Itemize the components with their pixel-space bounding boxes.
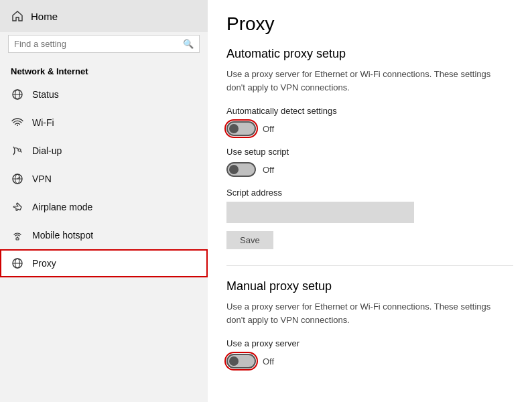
sidebar-item-status[interactable]: Status xyxy=(0,80,208,109)
script-toggle[interactable] xyxy=(226,162,256,177)
proxy-toggle-thumb xyxy=(229,356,239,366)
wifi-icon xyxy=(11,116,24,129)
home-label: Home xyxy=(31,11,58,22)
proxy-toggle-status: Off xyxy=(263,356,274,366)
sidebar-item-label-hotspot: Mobile hotspot xyxy=(32,230,93,241)
sidebar-item-label-status: Status xyxy=(32,89,59,100)
proxy-toggle-row: Off xyxy=(226,354,513,368)
manual-section-title: Manual proxy setup xyxy=(226,279,513,293)
sidebar-item-wifi[interactable]: Wi-Fi xyxy=(0,109,208,137)
script-address-input[interactable] xyxy=(226,202,414,223)
sidebar-item-dialup[interactable]: Dial-up xyxy=(0,137,208,165)
script-toggle-row: Off xyxy=(226,162,513,177)
sidebar-item-label-dialup: Dial-up xyxy=(32,145,62,156)
sidebar-item-vpn[interactable]: VPN xyxy=(0,165,208,193)
detect-toggle-track xyxy=(226,121,256,136)
search-box[interactable]: 🔍 xyxy=(8,35,200,53)
hotspot-icon xyxy=(11,228,24,242)
proxy-toggle-track xyxy=(226,354,256,368)
sidebar-category-label: Network & Internet xyxy=(0,61,208,80)
detect-toggle-status: Off xyxy=(263,124,274,134)
script-label: Use setup script xyxy=(226,147,513,157)
sidebar-item-proxy[interactable]: Proxy xyxy=(0,249,208,277)
detect-label: Automatically detect settings xyxy=(226,106,513,116)
address-label: Script address xyxy=(226,188,513,198)
sidebar-item-label-vpn: VPN xyxy=(32,174,52,184)
proxy-icon xyxy=(11,257,24,270)
page-title: Proxy xyxy=(226,13,513,35)
section-divider xyxy=(226,265,513,266)
detect-toggle[interactable] xyxy=(226,121,256,136)
detect-toggle-thumb xyxy=(229,124,239,133)
home-icon xyxy=(11,9,24,23)
main-content: Proxy Automatic proxy setup Use a proxy … xyxy=(208,0,532,402)
script-toggle-thumb xyxy=(229,165,239,174)
script-toggle-status: Off xyxy=(263,165,274,175)
detect-toggle-row: Off xyxy=(226,121,513,136)
proxy-toggle[interactable] xyxy=(226,354,256,368)
sidebar-item-label-airplane: Airplane mode xyxy=(32,202,92,212)
dialup-icon xyxy=(11,144,24,157)
search-icon: 🔍 xyxy=(183,39,194,49)
proxy-server-label: Use a proxy server xyxy=(226,338,513,348)
sidebar-item-hotspot[interactable]: Mobile hotspot xyxy=(0,221,208,249)
airplane-icon xyxy=(11,200,24,214)
script-toggle-track xyxy=(226,162,256,177)
svg-rect-7 xyxy=(16,238,19,240)
sidebar: Home 🔍 Network & Internet Status Wi-Fi xyxy=(0,0,208,402)
sidebar-item-airplane[interactable]: Airplane mode xyxy=(0,193,208,221)
auto-section-desc: Use a proxy server for Ethernet or Wi-Fi… xyxy=(226,68,508,94)
save-button[interactable]: Save xyxy=(226,231,273,249)
sidebar-item-label-proxy: Proxy xyxy=(32,258,56,269)
manual-section-desc: Use a proxy server for Ethernet or Wi-Fi… xyxy=(226,300,508,326)
sidebar-item-home[interactable]: Home xyxy=(0,0,208,32)
vpn-icon xyxy=(11,172,24,186)
auto-section-title: Automatic proxy setup xyxy=(226,47,513,61)
search-input[interactable] xyxy=(14,39,183,49)
globe-icon xyxy=(11,88,24,101)
sidebar-item-label-wifi: Wi-Fi xyxy=(32,117,54,128)
